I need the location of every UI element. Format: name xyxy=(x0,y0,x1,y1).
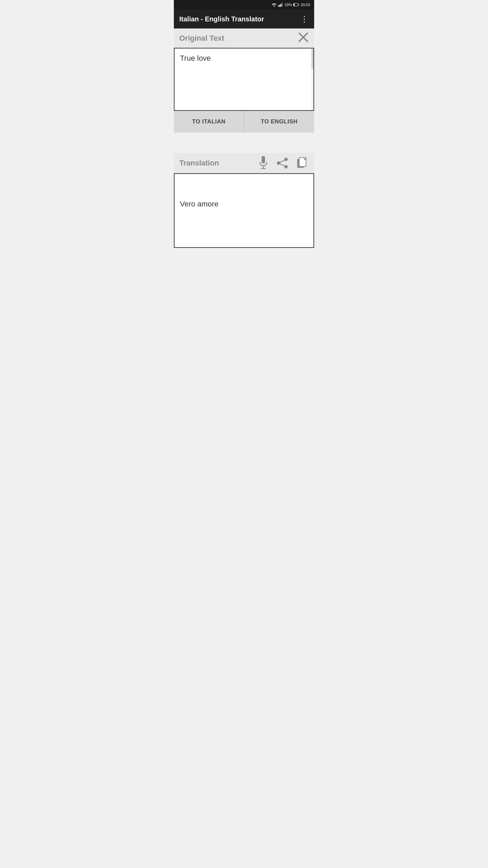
to-english-button[interactable]: TO ENGLISH xyxy=(244,111,314,133)
translation-header: Translation xyxy=(174,153,314,173)
svg-rect-6 xyxy=(299,4,299,5)
close-icon xyxy=(298,32,309,43)
time-display: 20:03 xyxy=(301,3,310,7)
translation-label: Translation xyxy=(179,159,219,167)
svg-rect-5 xyxy=(293,4,294,6)
scrollbar xyxy=(311,48,313,110)
app-bar: Italian - English Translator ⋮ xyxy=(174,9,314,28)
svg-line-16 xyxy=(279,163,286,167)
status-bar: 19% 20:03 xyxy=(174,0,314,9)
wifi-icon xyxy=(271,3,277,7)
translation-action-icons xyxy=(257,156,309,171)
translation-output-container: Vero amore xyxy=(174,173,314,248)
tts-button[interactable] xyxy=(257,156,269,171)
svg-line-15 xyxy=(279,159,286,163)
app-title: Italian - English Translator xyxy=(179,15,264,23)
svg-rect-0 xyxy=(278,5,279,7)
scrollbar-thumb xyxy=(311,48,313,69)
spacer xyxy=(174,133,314,153)
battery-icon xyxy=(293,3,299,6)
microphone-icon xyxy=(259,156,268,171)
original-text-header: Original Text xyxy=(174,28,314,48)
original-text-label: Original Text xyxy=(179,34,224,43)
svg-rect-9 xyxy=(262,156,265,163)
status-icons: 19% 20:03 xyxy=(271,3,310,7)
original-text-input[interactable]: True love xyxy=(180,54,305,105)
copy-button[interactable] xyxy=(295,156,309,170)
to-italian-button[interactable]: TO ITALIAN xyxy=(174,111,244,133)
translate-buttons-row: TO ITALIAN TO ENGLISH xyxy=(174,111,314,133)
signal-icon xyxy=(278,3,283,7)
svg-rect-2 xyxy=(281,4,282,7)
copy-icon xyxy=(297,157,307,169)
battery-percent: 19% xyxy=(284,3,292,7)
translation-output-text: Vero amore xyxy=(180,179,308,209)
share-button[interactable] xyxy=(276,156,289,170)
overflow-menu-button[interactable]: ⋮ xyxy=(300,14,309,24)
svg-rect-1 xyxy=(280,5,281,7)
original-text-input-container: True love xyxy=(174,48,314,111)
share-icon xyxy=(276,158,289,169)
svg-rect-3 xyxy=(282,3,283,7)
clear-input-button[interactable] xyxy=(298,32,309,44)
